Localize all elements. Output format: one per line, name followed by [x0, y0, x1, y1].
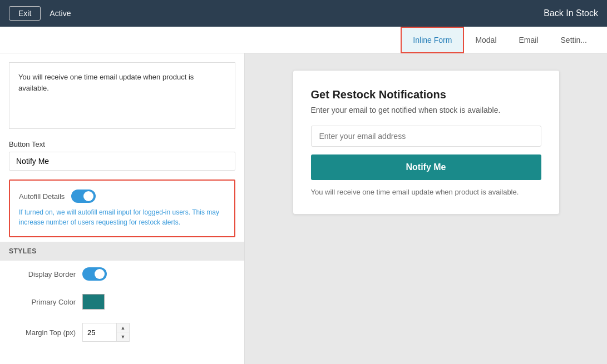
- preview-card: Get Restock Notifications Enter your ema…: [293, 70, 560, 215]
- left-panel: You will receive one time email update w…: [0, 53, 245, 364]
- button-text-label: Button Text: [0, 133, 244, 152]
- header: Exit Active Back In Stock: [0, 0, 607, 27]
- margin-top-input-wrap: ▲ ▼: [82, 323, 130, 342]
- autofill-description: If turned on, we will autofill email inp…: [19, 207, 225, 227]
- primary-color-swatch[interactable]: [82, 294, 105, 310]
- preview-notify-button[interactable]: Notify Me: [311, 154, 541, 180]
- display-border-row: Display Border: [0, 261, 244, 287]
- margin-top-down-button[interactable]: ▼: [117, 332, 129, 341]
- right-panel: Get Restock Notifications Enter your ema…: [245, 53, 607, 364]
- autofill-toggle[interactable]: [71, 190, 96, 203]
- main-layout: You will receive one time email update w…: [0, 53, 607, 364]
- display-border-toggle[interactable]: [82, 267, 107, 281]
- styles-section-header: STYLES: [0, 242, 244, 261]
- toggle-slider: [71, 190, 96, 203]
- margin-top-label: Margin Top (px): [9, 328, 76, 337]
- exit-button[interactable]: Exit: [9, 6, 41, 21]
- display-border-slider: [82, 267, 107, 281]
- display-border-label: Display Border: [9, 270, 76, 278]
- preview-email-input[interactable]: [311, 126, 541, 147]
- tabs-bar: Inline Form Modal Email Settin...: [0, 27, 607, 53]
- tab-settings[interactable]: Settin...: [550, 27, 598, 53]
- primary-color-label: Primary Color: [9, 298, 76, 306]
- margin-top-spinner: ▲ ▼: [116, 323, 129, 341]
- preview-subtitle: Enter your email to get notified when st…: [311, 106, 541, 114]
- preview-note: You will receive one time email update w…: [311, 188, 541, 196]
- margin-top-input[interactable]: [83, 326, 116, 339]
- page-title: Back In Stock: [544, 8, 598, 18]
- margin-top-row: Margin Top (px) ▲ ▼: [0, 316, 244, 348]
- tab-inline-form[interactable]: Inline Form: [401, 27, 464, 53]
- button-text-input[interactable]: [9, 152, 235, 171]
- autofill-row: Autofill Details: [19, 190, 225, 203]
- active-status-label: Active: [50, 9, 71, 18]
- info-text: You will receive one time email update w…: [18, 73, 194, 92]
- primary-color-row: Primary Color: [0, 287, 244, 316]
- margin-top-up-button[interactable]: ▲: [117, 323, 129, 332]
- tab-modal[interactable]: Modal: [464, 27, 507, 53]
- autofill-section: Autofill Details If turned on, we will a…: [9, 179, 235, 237]
- tab-email[interactable]: Email: [508, 27, 550, 53]
- header-left: Exit Active: [9, 6, 71, 21]
- preview-title: Get Restock Notifications: [311, 88, 541, 101]
- autofill-label: Autofill Details: [19, 192, 65, 201]
- info-box: You will receive one time email update w…: [9, 62, 235, 129]
